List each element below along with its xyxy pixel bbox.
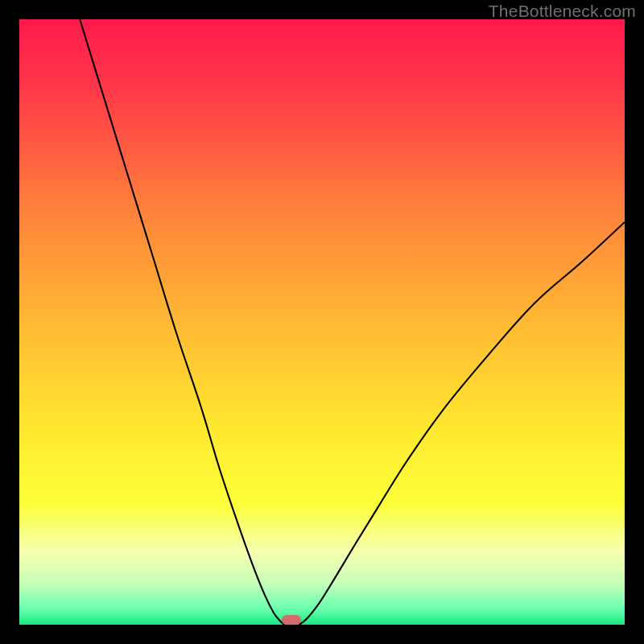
chart-frame: TheBottleneck.com [0, 0, 644, 644]
watermark-text: TheBottleneck.com [489, 2, 636, 21]
curve-right-branch [299, 222, 625, 625]
curve-left-branch [80, 19, 284, 625]
optimum-marker [282, 615, 301, 625]
plot-area [19, 19, 625, 625]
bottleneck-curve [19, 19, 625, 625]
